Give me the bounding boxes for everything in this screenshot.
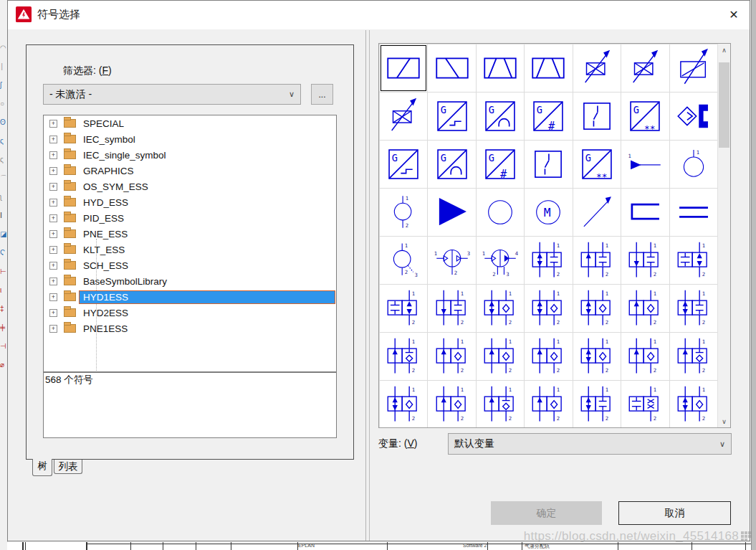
symbol-cell-circle[interactable] [477, 189, 524, 236]
symbol-cell-circle-123[interactable]: 123 [380, 237, 427, 284]
panel-splitter[interactable] [365, 30, 370, 541]
scroll-down-button[interactable]: ∨ [718, 415, 730, 427]
symbol-cell-v-tee-du[interactable]: 12 [670, 237, 717, 284]
tree-item[interactable]: +KLT_ESS [44, 242, 336, 257]
symbol-cell-pump-a[interactable] [380, 44, 427, 92]
tree-item[interactable]: +OS_SYM_ESS [44, 179, 336, 194]
tree-item[interactable]: +IEC_symbol [44, 131, 336, 147]
tree-item[interactable]: +SCH_ESS [44, 257, 336, 273]
symbol-cell-var-pump[interactable] [573, 44, 621, 92]
expand-plus-icon[interactable]: + [49, 278, 57, 285]
symbol-cell-v-up-teedia[interactable]: 12 [380, 333, 427, 380]
symbol-cell-switch[interactable] [573, 93, 621, 140]
symbol-cell-v-tee-x[interactable]: 12 [621, 381, 669, 427]
symbol-cell-v-up-teedia[interactable]: 12 [670, 333, 717, 380]
expand-plus-icon[interactable]: + [49, 246, 57, 254]
expand-plus-icon[interactable]: + [49, 183, 57, 191]
expand-plus-icon[interactable]: + [49, 199, 57, 207]
symbol-cell-g-step[interactable]: G [428, 93, 475, 140]
symbol-cell-var-pump[interactable] [621, 44, 669, 92]
close-icon[interactable]: ✕ [722, 4, 745, 24]
tree-item[interactable]: +PID_ESS [44, 210, 336, 226]
tree-item[interactable]: +HYD1ESS [44, 289, 336, 305]
symbol-cell-v-up-dia[interactable]: 12 [525, 381, 572, 427]
ok-button[interactable]: 确定 [491, 501, 602, 525]
scrollbar[interactable]: ∧ ∨ [717, 44, 730, 427]
filter-combobox[interactable]: - 未激活 - ∨ [43, 84, 301, 105]
symbol-cell-g-hash[interactable]: G# [525, 93, 572, 140]
symbol-cell-circle-t1[interactable]: 1 [670, 141, 717, 188]
expand-plus-icon[interactable]: + [49, 325, 57, 333]
symbol-cell-v-up-dia[interactable]: 12 [428, 333, 475, 380]
symbol-cell-v-up-dia[interactable]: 12 [525, 333, 572, 380]
symbol-cell-v-du-dia[interactable]: 12 [380, 381, 427, 427]
scroll-thumb[interactable] [719, 62, 729, 148]
symbol-cell-circle-m[interactable]: M [525, 189, 572, 236]
symbol-cell-v-up-dia[interactable]: 12 [477, 333, 524, 380]
symbol-cell-v-up-dia[interactable]: 12 [621, 333, 669, 380]
expand-plus-icon[interactable]: + [49, 120, 57, 128]
dialog-titlebar[interactable] [8, 1, 750, 29]
symbol-cell-switch[interactable] [525, 141, 572, 188]
tree-item[interactable]: +PNE_ESS [44, 226, 336, 242]
symbol-cell-arrow-1[interactable]: 1 [621, 141, 669, 188]
expand-plus-icon[interactable]: + [49, 293, 57, 301]
symbol-cell-two-lines[interactable] [670, 189, 717, 236]
symbol-cell-v-du-tee[interactable]: 12 [525, 237, 572, 284]
symbol-cell-v-du-dia[interactable]: 12 [670, 381, 717, 427]
expand-plus-icon[interactable]: + [49, 309, 57, 317]
symbol-cell-var-pump2[interactable] [670, 44, 717, 92]
tab-list[interactable]: 列表 [54, 460, 82, 474]
tree-item[interactable]: +PNE1ESS [44, 321, 336, 336]
browse-button[interactable]: ... [311, 84, 333, 105]
symbol-cell-v-up-dia[interactable]: 12 [428, 381, 475, 427]
symbol-cell-var-pump[interactable] [380, 93, 427, 140]
symbol-cell-circle-tri14[interactable]: 1423 [477, 237, 524, 284]
symbol-cell-coupling[interactable] [670, 93, 717, 140]
symbol-cell-v-up-teedia[interactable]: 12 [477, 381, 524, 427]
symbol-cell-g-hash[interactable]: G# [477, 141, 524, 188]
symbol-cell-g-arch[interactable]: G [477, 93, 524, 140]
expand-plus-icon[interactable]: + [49, 262, 57, 270]
tree-item[interactable]: +HYD_ESS [44, 194, 336, 210]
symbol-cell-v-du-dia[interactable]: 12 [573, 333, 621, 380]
expand-plus-icon[interactable]: + [49, 136, 57, 143]
symbol-cell-v-du-dia[interactable]: 12 [477, 285, 524, 332]
symbol-cell-circle-12[interactable]: 12 [380, 189, 427, 236]
symbol-cell-g-star[interactable]: G** [621, 93, 669, 140]
tree-item[interactable]: +BaseSymbolLibrary [44, 273, 336, 289]
symbol-cell-bracket[interactable] [621, 189, 669, 236]
symbol-cell-v-up-tee[interactable]: 12 [573, 237, 621, 284]
tree-item[interactable]: +SPECIAL [44, 115, 336, 131]
symbol-cell-arrow-diag[interactable] [573, 189, 621, 236]
symbol-grid[interactable]: GGG#G**GGG#G**1112M123132142312121212121… [378, 43, 731, 428]
expand-plus-icon[interactable]: + [49, 151, 57, 159]
expand-plus-icon[interactable]: + [49, 214, 57, 222]
scroll-up-button[interactable]: ∧ [718, 44, 730, 56]
symbol-cell-v-du-tee[interactable]: 12 [573, 381, 621, 427]
symbol-cell-pump-c[interactable] [477, 44, 524, 92]
tab-tree[interactable]: 树 [32, 459, 52, 476]
symbol-cell-g-step[interactable]: G [380, 141, 427, 188]
cancel-button[interactable]: 取消 [618, 501, 731, 525]
symbol-cell-tri-fill[interactable] [428, 189, 475, 236]
symbol-cell-v-up-dia[interactable]: 12 [621, 285, 669, 332]
symbol-cell-pump-b[interactable] [428, 44, 475, 92]
tree-item[interactable]: +IEC_single_symbol [44, 147, 336, 163]
symbol-cell-v-du-dia[interactable]: 12 [525, 285, 572, 332]
symbol-cell-v-dn-tee[interactable]: 12 [621, 237, 669, 284]
symbol-cell-g-arch[interactable]: G [428, 141, 475, 188]
symbol-cell-v-du-tee[interactable]: 12 [670, 285, 717, 332]
tree-item[interactable]: +HYD2ESS [44, 305, 336, 321]
tree-item[interactable]: +GRAPHICS [44, 163, 336, 179]
symbol-cell-circle-tri13[interactable]: 132 [428, 237, 475, 284]
symbol-cell-pump-c[interactable] [525, 44, 572, 92]
symbol-cell-g-star[interactable]: G** [573, 141, 621, 188]
variant-combobox[interactable]: 默认变量 ∨ [448, 433, 732, 455]
symbol-library-tree[interactable]: +SPECIAL+IEC_symbol+IEC_single_symbol+GR… [43, 115, 337, 372]
symbol-cell-v-tee-du[interactable]: 12 [380, 285, 427, 332]
symbol-cell-v-du-dia[interactable]: 12 [573, 285, 621, 332]
symbol-cell-v-dn-tee[interactable]: 12 [428, 285, 475, 332]
expand-plus-icon[interactable]: + [49, 230, 57, 238]
expand-plus-icon[interactable]: + [49, 167, 57, 175]
